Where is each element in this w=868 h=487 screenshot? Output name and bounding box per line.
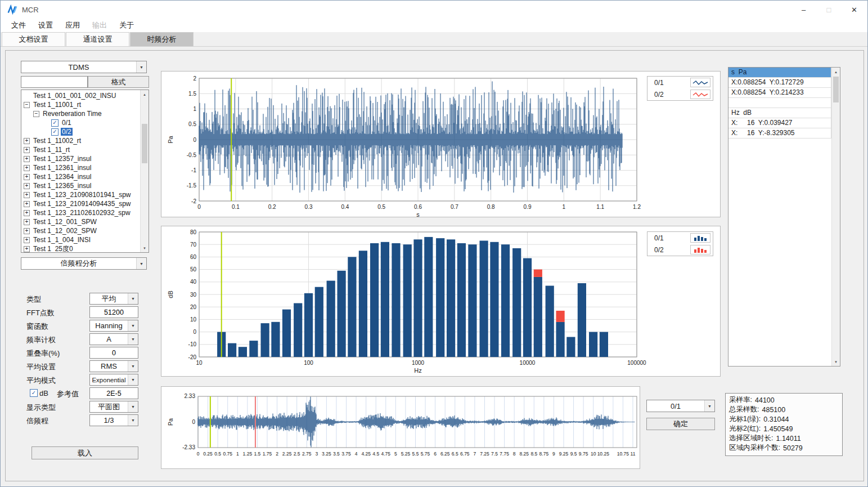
average-setting-select[interactable]: RMS ▼ bbox=[89, 360, 138, 372]
tree-item[interactable]: −Test 1_11001_rt bbox=[21, 100, 140, 109]
expand-icon[interactable]: + bbox=[24, 192, 30, 198]
scroll-up-icon[interactable]: ▲ bbox=[141, 90, 149, 99]
scroll-down-icon[interactable]: ▼ bbox=[141, 244, 149, 252]
svg-text:60: 60 bbox=[190, 254, 197, 260]
maximize-button[interactable]: □ bbox=[816, 1, 842, 19]
expand-icon[interactable]: + bbox=[24, 210, 30, 216]
menu-item-about[interactable]: 关于 bbox=[113, 19, 140, 32]
tree-item[interactable]: Test 1_001_001_002_INSU bbox=[21, 91, 140, 100]
chart-overview-panel[interactable]: 00.250.50.7511.251.51.7522.252.52.7533.2… bbox=[161, 386, 640, 469]
tab-channel-settings[interactable]: 通道设置 bbox=[66, 32, 129, 46]
channel-checkbox[interactable]: ✓ bbox=[51, 119, 59, 127]
expand-icon[interactable]: + bbox=[24, 237, 30, 243]
collapse-icon[interactable]: − bbox=[33, 111, 39, 117]
svg-text:11: 11 bbox=[631, 451, 636, 457]
collapse-icon[interactable]: − bbox=[24, 102, 30, 108]
cursor-values-list: s PaX:0.088254 Y:0.172729X:0.088254 Y:0.… bbox=[728, 68, 831, 366]
octave-bar bbox=[327, 281, 335, 357]
info-row: 光标1(绿):0.31044 bbox=[729, 414, 839, 424]
tree-item[interactable]: ✓0/2 bbox=[21, 127, 140, 136]
tree-item[interactable]: +Test 1_12365_insul bbox=[21, 181, 140, 190]
tree-item[interactable]: +Test 1_12_002_SPW bbox=[21, 226, 140, 235]
tree-item[interactable]: +Test 1_1_004_INSI bbox=[21, 235, 140, 244]
minimize-button[interactable]: – bbox=[791, 1, 816, 19]
tree-item[interactable]: +Test 1_123_210914094435_spw bbox=[21, 199, 140, 208]
display-type-select[interactable]: 平面图 ▼ bbox=[89, 401, 138, 413]
expand-icon[interactable]: + bbox=[24, 246, 30, 252]
window-function-select[interactable]: Hanning ▼ bbox=[89, 320, 138, 332]
octave-select[interactable]: 1/3 ▼ bbox=[89, 414, 138, 426]
reference-value-input[interactable] bbox=[89, 387, 138, 399]
file-format-select[interactable]: TDMS ▼ bbox=[21, 61, 147, 73]
tree-item[interactable]: +Test 1_12357_insul bbox=[21, 154, 140, 163]
expand-icon[interactable]: + bbox=[24, 156, 30, 162]
svg-text:5: 5 bbox=[394, 451, 397, 457]
overlap-input[interactable] bbox=[89, 347, 138, 359]
menu-item-file[interactable]: 文件 bbox=[5, 19, 32, 32]
expand-icon[interactable]: + bbox=[24, 201, 30, 207]
svg-text:0: 0 bbox=[193, 329, 196, 335]
chart-time-zoom-panel[interactable]: 0/10/2 00.10.20.30.40.50.60.70.80.911.11… bbox=[161, 71, 721, 217]
tree-item-label: Test 1_11001_rt bbox=[32, 101, 82, 109]
file-filter-input[interactable] bbox=[21, 76, 88, 88]
tree-item[interactable]: +Test 1_11002_rt bbox=[21, 136, 140, 145]
tree-item[interactable]: ✓0/1 bbox=[21, 118, 140, 127]
tree-item[interactable]: +Test 1_12_001_SPW bbox=[21, 217, 140, 226]
tab-time-freq-analysis[interactable]: 时频分析 bbox=[130, 32, 194, 46]
app-logo-icon bbox=[7, 5, 17, 15]
expand-icon[interactable]: + bbox=[24, 147, 30, 153]
analysis-type-select[interactable]: 倍频程分析 ▼ bbox=[21, 257, 147, 270]
db-checkbox[interactable]: ✓ bbox=[30, 389, 38, 397]
menu-item-settings[interactable]: 设置 bbox=[32, 19, 59, 32]
channel-checkbox[interactable]: ✓ bbox=[51, 128, 59, 136]
scrollbar-thumb[interactable] bbox=[833, 77, 839, 102]
expand-icon[interactable]: + bbox=[24, 138, 30, 144]
expand-icon[interactable]: + bbox=[24, 228, 30, 234]
values-scrollbar[interactable]: ▲ ▼ bbox=[831, 68, 840, 366]
tree-item[interactable]: +Test 1_123_211026102932_spw bbox=[21, 208, 140, 217]
octave-bar bbox=[282, 310, 291, 357]
info-value: 0.31044 bbox=[763, 415, 789, 423]
display-type-value: 平面图 bbox=[90, 401, 128, 412]
scrollbar-thumb[interactable] bbox=[142, 124, 147, 163]
fft-points-input[interactable] bbox=[89, 306, 138, 318]
channel-select[interactable]: 0/1 ▼ bbox=[646, 400, 715, 412]
close-button[interactable]: ✕ bbox=[842, 1, 867, 19]
bar-series-icon bbox=[690, 245, 710, 254]
scroll-up-icon[interactable]: ▲ bbox=[832, 68, 840, 76]
tab-doc-settings[interactable]: 文档设置 bbox=[2, 32, 65, 46]
tree-item[interactable]: +Test 1_12361_insul bbox=[21, 163, 140, 172]
tree-item-label: Test 1_001_001_002_INSU bbox=[32, 92, 117, 100]
octave-bar bbox=[370, 243, 379, 357]
tree-item[interactable]: +Test 1_25度0 bbox=[21, 244, 140, 252]
info-label: 总采样数: bbox=[729, 405, 759, 414]
expand-icon[interactable]: + bbox=[24, 219, 30, 225]
scroll-down-icon[interactable]: ▼ bbox=[832, 358, 840, 366]
tab-bar: 文档设置通道设置时频分析 bbox=[1, 32, 867, 47]
tree-item[interactable]: +Test 1_11_rt bbox=[21, 145, 140, 154]
load-button[interactable]: 载入 bbox=[32, 446, 138, 459]
expand-icon[interactable]: + bbox=[24, 174, 30, 180]
octave-bar bbox=[261, 323, 269, 357]
expand-icon[interactable]: + bbox=[24, 183, 30, 189]
type-select[interactable]: 平均 ▼ bbox=[89, 293, 138, 305]
confirm-button[interactable]: 确定 bbox=[646, 418, 715, 430]
tree-scrollbar[interactable]: ▲ ▼ bbox=[140, 90, 149, 252]
average-mode-select[interactable]: Exponential ▼ bbox=[89, 374, 138, 386]
chart-time-zoom-legend: 0/10/2 bbox=[647, 76, 713, 101]
octave-bar bbox=[501, 244, 510, 357]
frequency-weighting-select[interactable]: A ▼ bbox=[89, 333, 138, 345]
octave-bar bbox=[589, 332, 597, 357]
menu-item-apply[interactable]: 应用 bbox=[59, 19, 86, 32]
chart-octave-panel[interactable]: 0/10/2 -20-10010203040506070801010010001… bbox=[161, 226, 721, 377]
legend-row: 0/1 bbox=[647, 232, 713, 244]
tree-item-label: Test 1_123_211026102932_spw bbox=[32, 209, 132, 217]
format-button[interactable]: 格式 bbox=[88, 76, 149, 88]
tree-item[interactable]: +Test 1_123_210908101941_spw bbox=[21, 190, 140, 199]
tree-item[interactable]: −Reverberation Time bbox=[21, 109, 140, 118]
expand-icon[interactable]: + bbox=[24, 165, 30, 171]
reference-value-label: 参考值 bbox=[57, 389, 79, 399]
octave-bar bbox=[348, 257, 356, 357]
svg-text:7.5: 7.5 bbox=[491, 451, 498, 457]
tree-item[interactable]: +Test 1_12364_insul bbox=[21, 172, 140, 181]
